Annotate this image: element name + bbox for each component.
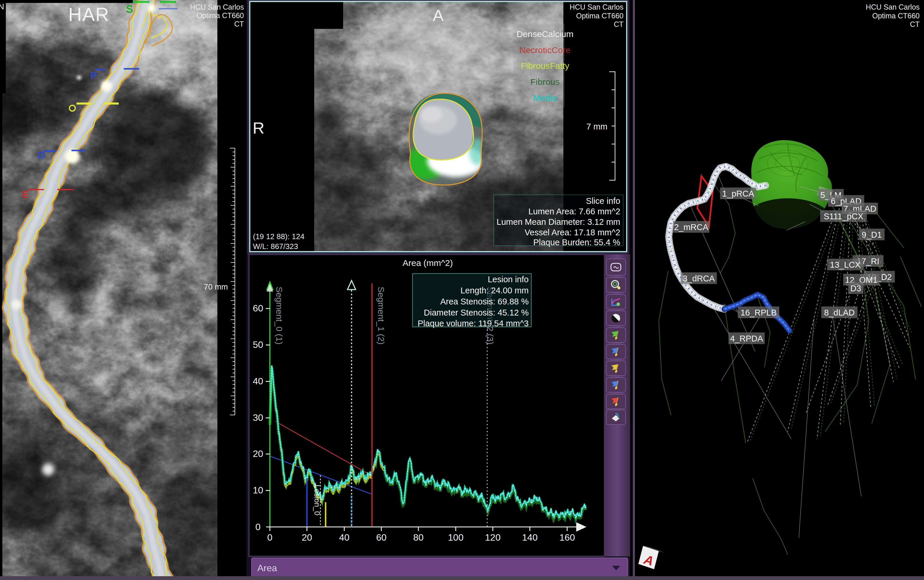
svg-text:Optima CT660: Optima CT660 [196,12,244,20]
svg-text:DenseCalcium: DenseCalcium [516,29,573,39]
svg-text:140: 140 [522,532,538,543]
svg-text:80: 80 [413,532,424,543]
svg-text:Lesion info: Lesion info [488,275,529,284]
svg-text:1_pRCA: 1_pRCA [722,189,754,198]
svg-text:16_RPLB: 16_RPLB [741,308,777,317]
svg-text:100: 100 [448,532,463,543]
svg-text:13_LCX: 13_LCX [830,260,861,269]
svg-text:0: 0 [255,522,261,532]
svg-text:Area: Area [257,563,277,573]
svg-text:7 mm: 7 mm [586,122,608,131]
svg-text:Optima CT660: Optima CT660 [576,12,624,20]
svg-text:9_D1: 9_D1 [861,230,882,239]
svg-text:W/L: 867/323: W/L: 867/323 [253,242,298,251]
svg-text:40: 40 [252,376,263,386]
svg-text:Plaque Burden: 55.4 %: Plaque Burden: 55.4 % [533,238,620,247]
svg-text:Optima CT660: Optima CT660 [872,12,920,20]
svg-text:R: R [252,119,264,137]
svg-text:D3: D3 [850,284,861,293]
svg-text:HAR: HAR [68,4,109,25]
svg-text:FibrousFatty: FibrousFatty [521,61,569,71]
svg-text:A: A [433,6,444,25]
svg-text:Fibrous: Fibrous [530,77,559,87]
svg-text:120: 120 [485,532,500,543]
svg-text:HCU San Carlos: HCU San Carlos [866,3,920,11]
svg-text:S111_pCX: S111_pCX [823,212,863,221]
svg-text:Area Stenosis: 69.88 %: Area Stenosis: 69.88 % [440,297,529,306]
svg-text:50: 50 [252,339,263,350]
svg-text:S: S [126,3,133,15]
svg-text:20: 20 [302,532,312,543]
svg-text:NecroticCore: NecroticCore [519,45,570,55]
svg-text:20: 20 [252,448,263,459]
svg-text:30: 30 [252,412,263,423]
svg-text:CT: CT [234,20,244,28]
svg-text:3_dRCA: 3_dRCA [683,274,715,283]
svg-text:10: 10 [252,485,263,496]
svg-text:E: E [22,189,29,200]
svg-text:Diameter Stenosis: 45.12 %: Diameter Stenosis: 45.12 % [424,308,529,317]
svg-text:2_mRCA: 2_mRCA [674,222,708,232]
svg-text:Slice info: Slice info [586,196,620,206]
svg-text:P: P [91,70,97,81]
svg-text:Lumen Mean Diameter: 3.12 mm: Lumen Mean Diameter: 3.12 mm [497,217,620,227]
svg-text:Length: 24.00 mm: Length: 24.00 mm [460,286,529,295]
svg-text:70 mm: 70 mm [204,283,228,291]
svg-text:Area (mm^2): Area (mm^2) [403,258,453,268]
svg-text:HCU San Carlos: HCU San Carlos [190,3,244,11]
svg-text:8_dLAD: 8_dLAD [824,308,855,317]
svg-text:160: 160 [559,532,575,543]
svg-text:(19 12 88): 124: (19 12 88): 124 [253,232,304,241]
svg-text:Vessel Area: 17.18 mm^2: Vessel Area: 17.18 mm^2 [525,228,620,237]
svg-text:Plaque volume: 119.54 mm^3: Plaque volume: 119.54 mm^3 [417,319,529,328]
svg-text:Media: Media [533,93,557,103]
svg-text:0: 0 [267,532,272,543]
svg-text:CT: CT [910,20,920,28]
svg-text:4_RPDA: 4_RPDA [730,334,763,343]
svg-text:HCU San Carlos: HCU San Carlos [569,3,624,11]
svg-text:N: N [0,2,4,11]
svg-text:Lumen Area: 7.66 mm^2: Lumen Area: 7.66 mm^2 [528,207,620,216]
svg-text:40: 40 [339,532,350,543]
svg-text:Lesion_0: Lesion_0 [313,484,322,516]
svg-text:60: 60 [252,303,263,313]
svg-text:CT: CT [614,20,624,28]
svg-text:Segment_0 (1): Segment_0 (1) [274,287,284,344]
svg-text:Segment_1 (2): Segment_1 (2) [376,287,386,344]
svg-text:60: 60 [376,532,386,543]
